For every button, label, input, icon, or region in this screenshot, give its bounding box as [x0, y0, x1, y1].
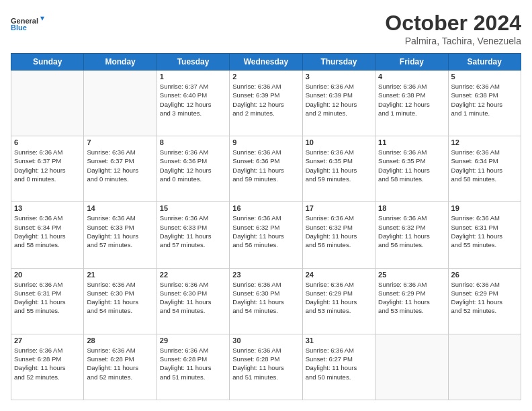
calendar-cell: [448, 334, 521, 400]
svg-marker-2: [40, 17, 44, 21]
day-info: Sunrise: 6:36 AM Sunset: 6:30 PM Dayligh…: [87, 280, 153, 316]
day-info: Sunrise: 6:36 AM Sunset: 6:31 PM Dayligh…: [451, 214, 518, 249]
day-info: Sunrise: 6:36 AM Sunset: 6:27 PM Dayligh…: [306, 346, 372, 381]
calendar-cell: 15Sunrise: 6:36 AM Sunset: 6:33 PM Dayli…: [157, 202, 229, 268]
calendar-cell: 14Sunrise: 6:36 AM Sunset: 6:33 PM Dayli…: [84, 202, 157, 268]
calendar-cell: [375, 334, 448, 400]
day-info: Sunrise: 6:36 AM Sunset: 6:34 PM Dayligh…: [14, 214, 81, 249]
calendar-cell: 24Sunrise: 6:36 AM Sunset: 6:29 PM Dayli…: [302, 268, 375, 334]
calendar-cell: 1Sunrise: 6:37 AM Sunset: 6:40 PM Daylig…: [157, 71, 229, 136]
day-info: Sunrise: 6:36 AM Sunset: 6:30 PM Dayligh…: [160, 280, 226, 316]
weekday-header: Tuesday: [157, 54, 229, 71]
day-number: 27: [14, 336, 81, 345]
calendar-body: 1Sunrise: 6:37 AM Sunset: 6:40 PM Daylig…: [11, 71, 521, 400]
day-number: 30: [232, 336, 299, 345]
day-number: 18: [378, 204, 445, 212]
calendar-cell: 17Sunrise: 6:36 AM Sunset: 6:32 PM Dayli…: [302, 202, 375, 268]
day-info: Sunrise: 6:37 AM Sunset: 6:40 PM Dayligh…: [160, 82, 226, 118]
calendar-cell: 2Sunrise: 6:36 AM Sunset: 6:39 PM Daylig…: [230, 71, 302, 136]
weekday-header: Friday: [375, 54, 448, 71]
calendar-cell: 12Sunrise: 6:36 AM Sunset: 6:34 PM Dayli…: [448, 136, 521, 202]
calendar-cell: 19Sunrise: 6:36 AM Sunset: 6:31 PM Dayli…: [448, 202, 521, 268]
day-info: Sunrise: 6:36 AM Sunset: 6:35 PM Dayligh…: [306, 148, 372, 183]
calendar-row: 6Sunrise: 6:36 AM Sunset: 6:37 PM Daylig…: [11, 136, 521, 202]
day-number: 11: [378, 138, 445, 146]
day-number: 20: [14, 271, 81, 279]
weekday-header: Thursday: [302, 54, 375, 71]
weekday-header: Sunday: [11, 54, 84, 71]
calendar-cell: 31Sunrise: 6:36 AM Sunset: 6:27 PM Dayli…: [302, 334, 375, 400]
day-info: Sunrise: 6:36 AM Sunset: 6:39 PM Dayligh…: [232, 82, 299, 118]
calendar-cell: 13Sunrise: 6:36 AM Sunset: 6:34 PM Dayli…: [11, 202, 84, 268]
calendar-cell: 4Sunrise: 6:36 AM Sunset: 6:38 PM Daylig…: [375, 71, 448, 136]
day-number: 4: [378, 73, 445, 81]
day-number: 8: [160, 138, 226, 146]
weekday-header: Saturday: [448, 54, 521, 71]
day-info: Sunrise: 6:36 AM Sunset: 6:36 PM Dayligh…: [160, 148, 226, 183]
day-number: 23: [232, 271, 299, 279]
day-number: 1: [160, 73, 226, 81]
day-info: Sunrise: 6:36 AM Sunset: 6:38 PM Dayligh…: [378, 82, 445, 118]
weekday-header: Wednesday: [230, 54, 302, 71]
calendar-cell: 8Sunrise: 6:36 AM Sunset: 6:36 PM Daylig…: [157, 136, 229, 202]
calendar-cell: 9Sunrise: 6:36 AM Sunset: 6:36 PM Daylig…: [230, 136, 302, 202]
day-number: 2: [232, 73, 299, 81]
day-number: 31: [306, 336, 372, 345]
day-number: 9: [232, 138, 299, 146]
day-info: Sunrise: 6:36 AM Sunset: 6:36 PM Dayligh…: [232, 148, 299, 183]
svg-text:Blue: Blue: [11, 24, 27, 32]
day-number: 10: [306, 138, 372, 146]
day-number: 15: [160, 204, 226, 212]
day-number: 17: [306, 204, 372, 212]
day-number: 29: [160, 336, 226, 345]
day-info: Sunrise: 6:36 AM Sunset: 6:39 PM Dayligh…: [306, 82, 372, 118]
day-number: 21: [87, 271, 153, 279]
day-info: Sunrise: 6:36 AM Sunset: 6:28 PM Dayligh…: [14, 346, 81, 381]
calendar-cell: 3Sunrise: 6:36 AM Sunset: 6:39 PM Daylig…: [302, 71, 375, 136]
day-info: Sunrise: 6:36 AM Sunset: 6:35 PM Dayligh…: [378, 148, 445, 183]
day-number: 16: [232, 204, 299, 212]
calendar-row: 27Sunrise: 6:36 AM Sunset: 6:28 PM Dayli…: [11, 334, 521, 400]
weekday-header: Monday: [84, 54, 157, 71]
day-number: 3: [306, 73, 372, 81]
day-info: Sunrise: 6:36 AM Sunset: 6:28 PM Dayligh…: [87, 346, 153, 381]
calendar-cell: 23Sunrise: 6:36 AM Sunset: 6:30 PM Dayli…: [230, 268, 302, 334]
title-block: October 2024 Palmira, Tachira, Venezuela: [385, 11, 521, 46]
calendar-cell: 5Sunrise: 6:36 AM Sunset: 6:38 PM Daylig…: [448, 71, 521, 136]
calendar-cell: 25Sunrise: 6:36 AM Sunset: 6:29 PM Dayli…: [375, 268, 448, 334]
calendar-cell: 27Sunrise: 6:36 AM Sunset: 6:28 PM Dayli…: [11, 334, 84, 400]
day-number: 22: [160, 271, 226, 279]
day-info: Sunrise: 6:36 AM Sunset: 6:32 PM Dayligh…: [232, 214, 299, 249]
calendar-cell: 30Sunrise: 6:36 AM Sunset: 6:28 PM Dayli…: [230, 334, 302, 400]
day-info: Sunrise: 6:36 AM Sunset: 6:37 PM Dayligh…: [14, 148, 81, 183]
day-info: Sunrise: 6:36 AM Sunset: 6:28 PM Dayligh…: [160, 346, 226, 381]
day-info: Sunrise: 6:36 AM Sunset: 6:34 PM Dayligh…: [451, 148, 518, 183]
day-number: 24: [306, 271, 372, 279]
day-number: 25: [378, 271, 445, 279]
page: General Blue October 2024 Palmira, Tachi…: [0, 0, 532, 411]
logo-icon: General Blue: [11, 11, 44, 38]
calendar-cell: 29Sunrise: 6:36 AM Sunset: 6:28 PM Dayli…: [157, 334, 229, 400]
calendar-cell: [11, 71, 84, 136]
calendar-cell: 7Sunrise: 6:36 AM Sunset: 6:37 PM Daylig…: [84, 136, 157, 202]
calendar-cell: 28Sunrise: 6:36 AM Sunset: 6:28 PM Dayli…: [84, 334, 157, 400]
day-number: 5: [451, 73, 518, 81]
day-number: 12: [451, 138, 518, 146]
day-number: 19: [451, 204, 518, 212]
day-info: Sunrise: 6:36 AM Sunset: 6:33 PM Dayligh…: [87, 214, 153, 249]
day-number: 26: [451, 271, 518, 279]
day-info: Sunrise: 6:36 AM Sunset: 6:32 PM Dayligh…: [378, 214, 445, 249]
day-info: Sunrise: 6:36 AM Sunset: 6:28 PM Dayligh…: [232, 346, 299, 381]
calendar-cell: 10Sunrise: 6:36 AM Sunset: 6:35 PM Dayli…: [302, 136, 375, 202]
day-number: 13: [14, 204, 81, 212]
day-info: Sunrise: 6:36 AM Sunset: 6:29 PM Dayligh…: [378, 280, 445, 316]
calendar-cell: 11Sunrise: 6:36 AM Sunset: 6:35 PM Dayli…: [375, 136, 448, 202]
calendar-cell: 26Sunrise: 6:36 AM Sunset: 6:29 PM Dayli…: [448, 268, 521, 334]
day-number: 7: [87, 138, 153, 146]
calendar-row: 13Sunrise: 6:36 AM Sunset: 6:34 PM Dayli…: [11, 202, 521, 268]
calendar-cell: 22Sunrise: 6:36 AM Sunset: 6:30 PM Dayli…: [157, 268, 229, 334]
calendar-row: 1Sunrise: 6:37 AM Sunset: 6:40 PM Daylig…: [11, 71, 521, 136]
day-number: 6: [14, 138, 81, 146]
day-info: Sunrise: 6:36 AM Sunset: 6:32 PM Dayligh…: [306, 214, 372, 249]
calendar-cell: 6Sunrise: 6:36 AM Sunset: 6:37 PM Daylig…: [11, 136, 84, 202]
